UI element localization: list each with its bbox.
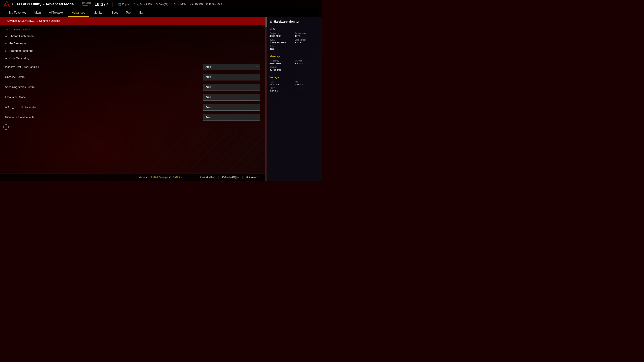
svg-text:ROG: ROG: [4, 4, 9, 6]
fan-icon: ⟳: [156, 3, 158, 6]
group-performance[interactable]: ► Performance: [0, 40, 265, 47]
favorite-icon: ☆: [133, 3, 136, 6]
group-thread-enablement[interactable]: ► Thread Enablement: [0, 32, 265, 40]
main-content: ← Advanced\AMD CBS\CPU Common Options CP…: [0, 17, 265, 181]
search-icon: ?: [172, 3, 173, 6]
nav-exit[interactable]: Exit: [135, 8, 148, 17]
bios-title: UEFI BIOS Utility – Advanced Mode: [12, 2, 74, 6]
dropdown-arrow-icon: ▼: [256, 76, 258, 78]
nav-advanced[interactable]: Advanced: [68, 8, 90, 17]
tool-aura-label: AURA(F4): [192, 3, 203, 5]
expand-arrow-icon: ►: [5, 35, 8, 37]
control-platform-first-error-handling: Auto ▼: [203, 64, 260, 70]
group-core-watchdog[interactable]: ► Core Watchdog: [0, 55, 265, 62]
row-mca-error-thresh-enable: MCA error thresh enable Auto ▼: [0, 112, 265, 122]
hw-cpu-section: CPU Frequency 4500 MHz Temperature 17°C …: [270, 27, 319, 50]
globe-icon: 🌐: [118, 3, 122, 6]
scrollbar[interactable]: [265, 17, 267, 181]
control-local-apic-mode: Auto ▼: [203, 94, 260, 100]
version-text: Version 2.22.1284 Copyright (C) 2022 AMI: [139, 176, 183, 179]
dropdown-arrow-icon: ▼: [256, 106, 258, 108]
logo-area: ROG UEFI BIOS Utility – Advanced Mode: [3, 1, 74, 7]
dropdown-acpi-cst-c1-declaration[interactable]: Auto ▼: [203, 104, 260, 111]
nav-main[interactable]: Main: [30, 8, 45, 17]
tool-english[interactable]: 🌐 English: [118, 3, 130, 6]
day-display: Sunday: [82, 4, 88, 6]
dropdown-local-apic-mode[interactable]: Auto ▼: [203, 94, 260, 100]
tool-search-label: Search(F9): [174, 3, 186, 5]
hw-divider-2: [270, 74, 319, 74]
hw-memory-capacity: Capacity 32768 MB: [270, 66, 319, 71]
monitor-icon: 🖥: [270, 20, 272, 23]
info-section: i: [0, 122, 265, 132]
row-opcache-control: Opcache Control Auto ▼: [0, 72, 265, 82]
hw-cpu-title: CPU: [270, 27, 319, 30]
header: ROG UEFI BIOS Utility – Advanced Mode 12…: [0, 0, 322, 17]
hw-memory-grid: Frequency 4800 MHz MC Volt 1.120 V: [270, 60, 319, 65]
tool-english-label: English: [122, 3, 130, 5]
nav-boot[interactable]: Boot: [108, 8, 122, 17]
sidebar-header: 🖥 Hardware Monitor: [270, 20, 319, 25]
hw-voltage-grid: +12V 12.076 V +5V 5.140 V: [270, 81, 319, 86]
row-platform-first-error-handling: Platform First Error Handling Auto ▼: [0, 62, 265, 72]
dropdown-arrow-icon: ▼: [256, 66, 258, 68]
hw-cpu-temperature: Temperature 17°C: [295, 32, 320, 37]
breadcrumb-path: Advanced\AMD CBS\CPU Common Options: [7, 19, 60, 22]
hotkeys-icon: ?: [257, 176, 258, 179]
hw-voltage-title: Voltage: [270, 76, 319, 79]
time-value: 18:37: [94, 2, 106, 7]
control-mca-error-thresh-enable: Auto ▼: [203, 114, 260, 121]
hw-cpu-bclk: BCLK 100.0000 MHz: [270, 39, 294, 44]
dropdown-arrow-icon: ▼: [256, 96, 258, 98]
tool-qfan[interactable]: ⟳ Qfan(F6): [156, 3, 168, 6]
info-icon[interactable]: i: [3, 124, 9, 130]
tool-resizebar-label: ReSize BAR: [209, 3, 222, 5]
nav-favorites[interactable]: My Favorites: [5, 8, 30, 17]
rog-logo: ROG: [3, 1, 10, 7]
tool-resizebar[interactable]: ⊡ ReSize BAR: [206, 3, 222, 6]
tool-search[interactable]: ? Search(F9): [172, 3, 186, 6]
hw-cpu-grid: Frequency 4500 MHz Temperature 17°C BCLK…: [270, 32, 319, 44]
nav-tool[interactable]: Tool: [122, 8, 135, 17]
nav-bar: My Favorites Main Ai Tweaker Advanced Mo…: [3, 8, 319, 17]
datetime: 12/25/2022 Sunday: [82, 2, 91, 7]
dropdown-arrow-icon: ▼: [256, 86, 258, 88]
group-prefetcher-settings[interactable]: ► Prefetcher settings: [0, 47, 265, 55]
breadcrumb[interactable]: ← Advanced\AMD CBS\CPU Common Options: [0, 17, 265, 25]
main-container: ROG UEFI BIOS Utility – Advanced Mode 12…: [0, 0, 322, 181]
hw-voltage-33v: +3.3V 3.344 V: [270, 87, 319, 92]
dropdown-mca-error-thresh-enable[interactable]: Auto ▼: [203, 114, 260, 121]
settings-area: CPU Common Options ► Thread Enablement ►…: [0, 25, 265, 173]
tool-myfavorite-label: MyFavorite(F3): [136, 3, 152, 5]
sidebar-title: Hardware Monitor: [274, 20, 300, 23]
last-modified-button[interactable]: Last Modified: [197, 176, 218, 179]
tool-aura[interactable]: ✦ AURA(F4): [189, 3, 203, 6]
dropdown-platform-first-error-handling[interactable]: Auto ▼: [203, 64, 260, 70]
tool-qfan-label: Qfan(F6): [159, 3, 168, 5]
nav-aitweaker[interactable]: Ai Tweaker: [45, 8, 68, 17]
back-arrow-icon: ←: [3, 19, 5, 22]
dropdown-opcache-control[interactable]: Auto ▼: [203, 74, 260, 80]
expand-arrow-icon: ►: [5, 50, 8, 52]
hw-cpu-core-voltage: Core Voltage 1.216 V: [295, 39, 320, 44]
ez-mode-button[interactable]: EzMode(F7)|→: [218, 176, 242, 179]
aura-icon: ✦: [189, 3, 191, 6]
hw-voltage-section: Voltage +12V 12.076 V +5V 5.140 V +3.3V …: [270, 76, 319, 92]
expand-arrow-icon: ►: [5, 57, 8, 60]
row-acpi-cst-c1-declaration: ACPI _CST C1 Declaration Auto ▼: [0, 102, 265, 112]
hw-cpu-frequency: Frequency 4500 MHz: [270, 32, 294, 37]
resizebar-icon: ⊡: [206, 3, 208, 6]
hw-divider-1: [270, 53, 319, 53]
tool-myfavorite[interactable]: ☆ MyFavorite(F3): [133, 3, 152, 6]
row-streaming-stores-control: Streaming Stores Control Auto ▼: [0, 82, 265, 92]
nav-monitor[interactable]: Monitor: [90, 8, 108, 17]
scrollbar-thumb[interactable]: [266, 17, 267, 27]
header-divider: [78, 2, 78, 7]
hot-keys-button[interactable]: Hot Keys ?: [242, 176, 262, 179]
control-streaming-stores-control: Auto ▼: [203, 84, 260, 90]
hardware-monitor-sidebar: 🖥 Hardware Monitor CPU Frequency 4500 MH…: [267, 17, 322, 181]
gear-icon[interactable]: ⚙: [106, 3, 108, 5]
header-tools: 🌐 English ☆ MyFavorite(F3) ⟳ Qfan(F6) ? …: [118, 3, 222, 6]
dropdown-streaming-stores-control[interactable]: Auto ▼: [203, 84, 260, 90]
control-acpi-cst-c1-declaration: Auto ▼: [203, 104, 260, 111]
